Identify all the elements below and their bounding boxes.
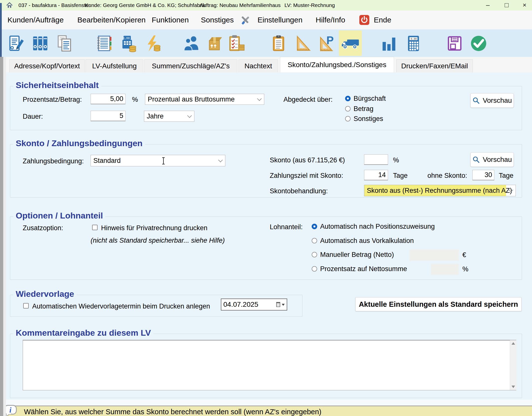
group-title: Skonto / Zahlungsbedingungen bbox=[13, 138, 145, 148]
toolbar: 0,00 P 0.00 bbox=[0, 29, 532, 57]
ok-check-icon[interactable] bbox=[469, 32, 489, 55]
radio-lohnanteil-manuell[interactable] bbox=[312, 252, 317, 257]
notebook-list-icon[interactable] bbox=[94, 32, 114, 55]
copy-documents-icon[interactable] bbox=[54, 32, 74, 55]
zahlungsbedingung-label: Zahlungsbedingung: bbox=[23, 157, 84, 165]
tab-bar: Adresse/Kopf/Vortext LV-Aufstellung Summ… bbox=[0, 57, 532, 72]
maximize-button[interactable]: □ bbox=[499, 0, 514, 10]
menu-funktionen[interactable]: Funktionen bbox=[152, 10, 189, 29]
zahlungsziel-label: Zahlungsziel mit Skonto: bbox=[270, 172, 343, 180]
left-edge-sliver bbox=[3, 57, 6, 416]
radio-betrag[interactable] bbox=[345, 106, 351, 111]
scroll-down-icon[interactable] bbox=[512, 386, 515, 388]
quick-invoice-icon[interactable] bbox=[143, 32, 163, 55]
radio-buergschaft-label[interactable]: Bürgschaft bbox=[354, 95, 386, 103]
svg-text:0,00: 0,00 bbox=[123, 36, 130, 40]
tools-icon bbox=[240, 15, 251, 27]
cash-register-icon[interactable]: 0,00 bbox=[118, 32, 138, 55]
minimize-button[interactable]: – bbox=[480, 0, 495, 10]
save-defaults-button[interactable]: Aktuelle Einstellungen als Standard spei… bbox=[355, 297, 522, 311]
privatrechnung-note: (nicht als Standard speicherbar... siehe… bbox=[91, 237, 225, 244]
document-edit-icon[interactable] bbox=[6, 32, 26, 55]
radio-lohnanteil-prozentsatz[interactable] bbox=[312, 266, 317, 272]
power-icon bbox=[359, 14, 370, 27]
privatrechnung-checkbox[interactable] bbox=[92, 225, 98, 230]
ohne-skonto-input[interactable] bbox=[472, 170, 494, 180]
menubar: Kunden/Aufträge Bearbeiten/Kopieren Funk… bbox=[0, 10, 532, 30]
vorschau-button-skonto[interactable]: Vorschau bbox=[470, 152, 514, 167]
statistics-icon[interactable] bbox=[379, 32, 399, 55]
manueller-betrag-input[interactable] bbox=[409, 250, 459, 261]
binders-icon[interactable] bbox=[30, 32, 50, 55]
calculator-icon[interactable]: 0.00 bbox=[403, 32, 423, 55]
menu-sonstiges[interactable]: Sonstiges bbox=[201, 10, 234, 29]
dauer-input[interactable] bbox=[91, 111, 126, 121]
tab-summen-zuschlaege-az[interactable]: Summen/Zuschläge/AZ's bbox=[144, 59, 237, 72]
tab-skonto-zahlungsbed-sonstiges[interactable]: Skonto/Zahlungsbed./Sonstiges bbox=[280, 57, 394, 72]
titlebar-lv: LV: Muster-Rechnung bbox=[284, 2, 335, 8]
menu-kunden-auftraege[interactable]: Kunden/Aufträge bbox=[7, 10, 64, 29]
ohne-skonto-unit: Tage bbox=[499, 172, 514, 180]
skonto-prozent-input[interactable] bbox=[364, 154, 388, 165]
aufmass-p-icon[interactable]: P bbox=[316, 32, 336, 55]
close-button[interactable]: × bbox=[517, 0, 532, 10]
home-icon bbox=[6, 2, 13, 10]
set-square-icon[interactable] bbox=[292, 32, 312, 55]
prozentsatz-nettosumme-input[interactable] bbox=[431, 264, 459, 275]
tab-nachtext[interactable]: Nachtext bbox=[239, 59, 278, 72]
radio-lohnanteil-positionszuweisung[interactable] bbox=[312, 224, 317, 229]
radio-sonstiges[interactable] bbox=[345, 116, 351, 121]
titlebar-order: Auftrag: Neubau Mehrfamilienhaus bbox=[200, 2, 281, 8]
skontobehandlung-select[interactable]: Skonto aus (Rest-) Rechnungssumme (nach … bbox=[364, 185, 516, 196]
skonto-unit: % bbox=[393, 156, 399, 164]
tab-adresse-kopf-vortext[interactable]: Adresse/Kopf/Vortext bbox=[9, 59, 85, 72]
group-title: Wiedervorlage bbox=[13, 289, 77, 299]
group-title: Sicherheitseinbehalt bbox=[13, 80, 101, 90]
application-window: 037 - baufaktura - Basisfenster Kunde: G… bbox=[0, 0, 532, 416]
zahlungsziel-unit: Tage bbox=[393, 172, 408, 180]
kommentar-scrollbar[interactable] bbox=[510, 340, 517, 390]
menu-bearbeiten-kopieren[interactable]: Bearbeiten/Kopieren bbox=[77, 10, 146, 29]
einbehalt-art-select[interactable]: Prozentual aus Bruttosumme bbox=[145, 94, 264, 105]
radio-manueller-betrag-label[interactable]: Manueller Betrag (Netto) bbox=[320, 251, 394, 259]
prozentsatz-input[interactable] bbox=[91, 94, 126, 104]
vorschau-button-sicherheit[interactable]: Vorschau bbox=[470, 93, 514, 108]
titlebar: 037 - baufaktura - Basisfenster Kunde: G… bbox=[0, 0, 532, 11]
radio-positionszuweisung-label[interactable]: Automatisch nach Positionszuweisung bbox=[320, 223, 435, 230]
clipboard-icon[interactable] bbox=[269, 32, 289, 55]
radio-buergschaft[interactable] bbox=[345, 96, 351, 101]
lohnanteil-label: Lohnanteil: bbox=[270, 223, 303, 231]
radio-betrag-label[interactable]: Betrag bbox=[354, 105, 374, 113]
prozentsatz-label: Prozentsatz/Betrag: bbox=[23, 96, 82, 104]
text-cursor-icon bbox=[163, 157, 164, 164]
menu-hilfe-info[interactable]: Hilfe/Info bbox=[316, 10, 345, 29]
zahlungsbedingung-select[interactable]: Standard bbox=[91, 155, 225, 166]
dauer-unit-select[interactable]: Jahre bbox=[144, 111, 194, 122]
skonto-label: Skonto (aus 67.115,26 €) bbox=[270, 156, 345, 164]
abgedeckt-label: Abgedeckt über: bbox=[283, 96, 333, 104]
kommentar-textarea[interactable] bbox=[23, 340, 516, 390]
radio-sonstiges-label[interactable]: Sonstiges bbox=[354, 115, 383, 123]
privatrechnung-checkbox-label[interactable]: Hinweis für Privatrechnung drucken bbox=[101, 224, 207, 232]
chevron-down-icon bbox=[218, 158, 223, 162]
left-edge-sliver bbox=[0, 3, 2, 57]
menu-ende[interactable]: Ende bbox=[374, 10, 391, 29]
tab-drucken-faxen-email[interactable]: Drucken/Faxen/EMail bbox=[396, 59, 473, 72]
magnifier-icon bbox=[472, 156, 480, 163]
delivery-note-icon[interactable] bbox=[227, 32, 247, 55]
save-icon[interactable] bbox=[445, 32, 465, 55]
delivery-truck-icon[interactable] bbox=[339, 30, 362, 56]
customers-icon[interactable] bbox=[181, 32, 201, 55]
package-icon[interactable] bbox=[205, 32, 225, 55]
menu-einstellungen[interactable]: Einstellungen bbox=[258, 10, 302, 29]
wiedervorlage-checkbox[interactable] bbox=[23, 303, 29, 309]
radio-vorkalkulation-label[interactable]: Automatisch aus Vorkalkulation bbox=[320, 237, 414, 245]
radio-lohnanteil-vorkalkulation[interactable] bbox=[312, 238, 317, 243]
ohne-skonto-label: ohne Skonto: bbox=[427, 172, 467, 180]
wiedervorlage-date-field[interactable]: 04.07.2025 bbox=[221, 299, 287, 311]
zahlungsziel-input[interactable] bbox=[364, 170, 388, 180]
scroll-up-icon[interactable] bbox=[512, 342, 515, 345]
tab-lv-aufstellung[interactable]: LV-Aufstellung bbox=[86, 59, 143, 72]
wiedervorlage-checkbox-label[interactable]: Automatischen Wiedervorlagetermin beim D… bbox=[32, 303, 210, 310]
radio-prozentsatz-label[interactable]: Prozentsatz auf Nettosumme bbox=[320, 265, 407, 273]
